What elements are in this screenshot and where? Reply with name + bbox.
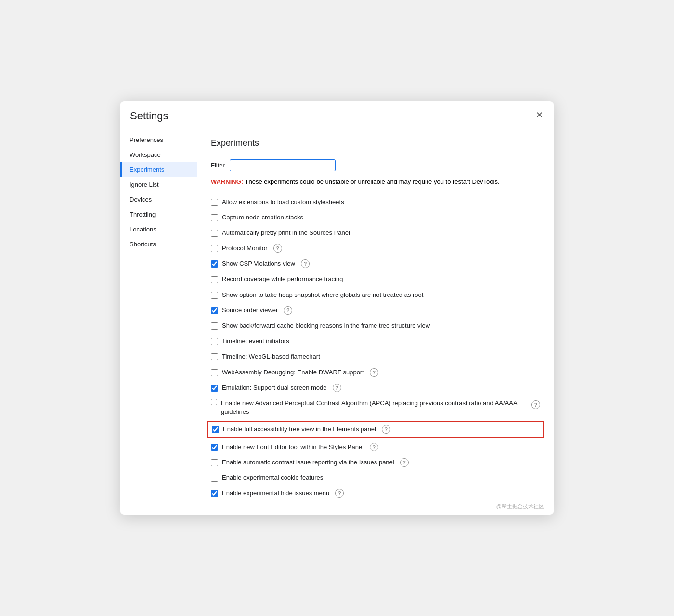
experiment-text-webassembly-debug: WebAssembly Debugging: Enable DWARF supp… — [222, 368, 364, 377]
filter-row: Filter — [211, 159, 540, 171]
experiment-label-record-coverage[interactable]: Record coverage while performance tracin… — [211, 275, 540, 283]
help-icon-show-csp-violations[interactable]: ? — [301, 259, 310, 268]
experiment-text-heap-snapshot: Show option to take heap snapshot where … — [222, 291, 423, 299]
experiment-checkbox-protocol-monitor[interactable] — [211, 245, 218, 252]
experiment-text-show-csp-violations: Show CSP Violations view — [222, 259, 295, 268]
experiment-label-cookie-features[interactable]: Enable experimental cookie features — [211, 474, 540, 482]
experiment-label-heap-snapshot[interactable]: Show option to take heap snapshot where … — [211, 291, 540, 299]
experiment-checkbox-cookie-features[interactable] — [211, 475, 218, 482]
experiment-text-allow-extensions: Allow extensions to load custom styleshe… — [222, 198, 344, 206]
experiment-item-source-order-viewer: Source order viewer? — [211, 303, 540, 318]
experiment-item-heap-snapshot: Show option to take heap snapshot where … — [211, 287, 540, 303]
experiment-checkbox-auto-pretty-print[interactable] — [211, 230, 218, 237]
experiment-text-protocol-monitor: Protocol Monitor — [222, 244, 268, 253]
experiment-item-back-forward-cache: Show back/forward cache blocking reasons… — [211, 318, 540, 334]
filter-input[interactable] — [230, 159, 336, 171]
experiment-text-emulation-dual-screen: Emulation: Support dual screen mode — [222, 384, 327, 392]
experiment-checkbox-heap-snapshot[interactable] — [211, 292, 218, 299]
experiment-label-allow-extensions[interactable]: Allow extensions to load custom styleshe… — [211, 198, 540, 206]
help-icon-font-editor[interactable]: ? — [370, 443, 378, 451]
experiment-checkbox-capture-node[interactable] — [211, 214, 218, 221]
settings-dialog: Settings ✕ PreferencesWorkspaceExperimen… — [120, 101, 554, 515]
experiment-item-accessibility-tree: Enable full accessibility tree view in t… — [207, 421, 544, 438]
experiment-checkbox-timeline-event[interactable] — [211, 338, 218, 345]
experiment-checkbox-webassembly-debug[interactable] — [211, 369, 218, 376]
sidebar-item-shortcuts[interactable]: Shortcuts — [120, 237, 197, 252]
dialog-body: PreferencesWorkspaceExperimentsIgnore Li… — [120, 128, 554, 515]
experiment-item-hide-issues-menu: Enable experimental hide issues menu? — [211, 486, 540, 501]
help-icon-emulation-dual-screen[interactable]: ? — [333, 384, 341, 392]
experiment-item-protocol-monitor: Protocol Monitor? — [211, 241, 540, 256]
dialog-header: Settings ✕ — [120, 101, 554, 128]
experiment-text-accessibility-tree: Enable full accessibility tree view in t… — [223, 425, 376, 434]
sidebar-item-locations[interactable]: Locations — [120, 222, 197, 237]
experiment-text-back-forward-cache: Show back/forward cache blocking reasons… — [222, 321, 430, 330]
warning-body: These experiments could be unstable or u… — [243, 178, 499, 185]
experiment-checkbox-apca[interactable] — [211, 399, 217, 405]
experiment-label-protocol-monitor[interactable]: Protocol Monitor? — [211, 244, 540, 253]
experiment-checkbox-show-csp-violations[interactable] — [211, 260, 218, 268]
experiment-label-back-forward-cache[interactable]: Show back/forward cache blocking reasons… — [211, 321, 540, 330]
experiment-label-capture-node[interactable]: Capture node creation stacks — [211, 213, 540, 222]
experiment-checkbox-accessibility-tree[interactable] — [212, 426, 219, 433]
experiment-item-allow-extensions: Allow extensions to load custom styleshe… — [211, 194, 540, 210]
sidebar-item-ignore-list[interactable]: Ignore List — [120, 177, 197, 192]
help-icon-apca[interactable]: ? — [531, 400, 540, 409]
help-icon-contrast-issue[interactable]: ? — [400, 458, 409, 467]
experiment-item-cookie-features: Enable experimental cookie features — [211, 470, 540, 486]
section-divider — [211, 155, 540, 155]
sidebar-item-experiments[interactable]: Experiments — [120, 162, 197, 177]
experiment-text-font-editor: Enable new Font Editor tool within the S… — [222, 443, 364, 451]
experiment-item-record-coverage: Record coverage while performance tracin… — [211, 271, 540, 287]
experiment-item-auto-pretty-print: Automatically pretty print in the Source… — [211, 225, 540, 241]
experiment-checkbox-hide-issues-menu[interactable] — [211, 490, 218, 497]
experiment-label-apca[interactable]: Enable new Advanced Perceptual Contrast … — [211, 399, 540, 416]
experiment-label-source-order-viewer[interactable]: Source order viewer? — [211, 306, 540, 315]
help-icon-accessibility-tree[interactable]: ? — [382, 425, 390, 434]
experiment-label-show-csp-violations[interactable]: Show CSP Violations view? — [211, 259, 540, 268]
experiment-label-auto-pretty-print[interactable]: Automatically pretty print in the Source… — [211, 229, 540, 237]
experiment-text-record-coverage: Record coverage while performance tracin… — [222, 275, 343, 283]
experiment-item-show-csp-violations: Show CSP Violations view? — [211, 256, 540, 271]
experiment-checkbox-allow-extensions[interactable] — [211, 199, 218, 206]
close-button[interactable]: ✕ — [533, 108, 546, 122]
experiment-label-timeline-event[interactable]: Timeline: event initiators — [211, 337, 540, 346]
experiment-checkbox-contrast-issue[interactable] — [211, 459, 218, 466]
experiment-checkbox-back-forward-cache[interactable] — [211, 322, 218, 330]
experiment-checkbox-font-editor[interactable] — [211, 444, 218, 451]
experiment-item-font-editor: Enable new Font Editor tool within the S… — [211, 439, 540, 455]
watermark: @稀土掘金技术社区 — [496, 503, 544, 510]
experiment-checkbox-source-order-viewer[interactable] — [211, 307, 218, 314]
warning-label: WARNING: — [211, 178, 243, 185]
sidebar-item-preferences[interactable]: Preferences — [120, 132, 197, 147]
filter-label: Filter — [211, 162, 225, 169]
experiment-label-emulation-dual-screen[interactable]: Emulation: Support dual screen mode? — [211, 384, 540, 392]
experiment-item-timeline-webgl: Timeline: WebGL-based flamechart — [211, 349, 540, 364]
sidebar-item-workspace[interactable]: Workspace — [120, 147, 197, 162]
experiment-label-hide-issues-menu[interactable]: Enable experimental hide issues menu? — [211, 489, 540, 498]
experiment-label-webassembly-debug[interactable]: WebAssembly Debugging: Enable DWARF supp… — [211, 368, 540, 377]
experiment-text-auto-pretty-print: Automatically pretty print in the Source… — [222, 229, 350, 237]
experiment-text-contrast-issue: Enable automatic contrast issue reportin… — [222, 458, 394, 467]
experiment-checkbox-timeline-webgl[interactable] — [211, 353, 218, 360]
experiment-text-hide-issues-menu: Enable experimental hide issues menu — [222, 489, 329, 498]
experiment-checkbox-emulation-dual-screen[interactable] — [211, 385, 218, 392]
experiment-label-font-editor[interactable]: Enable new Font Editor tool within the S… — [211, 443, 540, 451]
experiment-text-capture-node: Capture node creation stacks — [222, 213, 303, 222]
experiment-item-apca: Enable new Advanced Perceptual Contrast … — [211, 396, 540, 420]
experiment-item-contrast-issue: Enable automatic contrast issue reportin… — [211, 455, 540, 470]
sidebar-item-devices[interactable]: Devices — [120, 192, 197, 207]
experiment-label-accessibility-tree[interactable]: Enable full accessibility tree view in t… — [212, 425, 539, 434]
experiment-item-emulation-dual-screen: Emulation: Support dual screen mode? — [211, 380, 540, 396]
warning-text: WARNING: These experiments could be unst… — [211, 177, 540, 187]
experiment-item-timeline-event: Timeline: event initiators — [211, 334, 540, 349]
help-icon-source-order-viewer[interactable]: ? — [284, 306, 292, 315]
help-icon-webassembly-debug[interactable]: ? — [370, 368, 378, 377]
experiment-list: Allow extensions to load custom styleshe… — [211, 194, 540, 501]
sidebar-item-throttling[interactable]: Throttling — [120, 207, 197, 222]
experiment-checkbox-record-coverage[interactable] — [211, 276, 218, 283]
experiment-label-contrast-issue[interactable]: Enable automatic contrast issue reportin… — [211, 458, 540, 467]
help-icon-hide-issues-menu[interactable]: ? — [335, 489, 344, 498]
help-icon-protocol-monitor[interactable]: ? — [273, 244, 282, 253]
experiment-label-timeline-webgl[interactable]: Timeline: WebGL-based flamechart — [211, 352, 540, 361]
